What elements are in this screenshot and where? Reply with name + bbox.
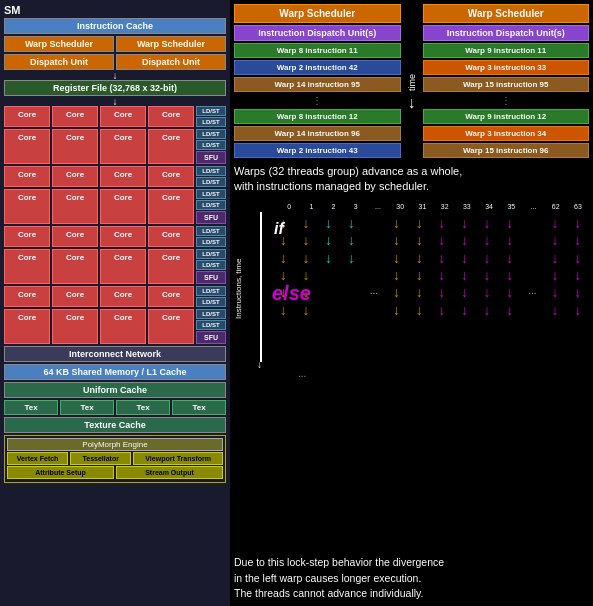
arr-3-1: ↓ <box>348 216 355 231</box>
dispatch-left: Instruction Dispatch Unit(s) <box>234 25 401 41</box>
time-down-arrow: ↓ <box>408 94 416 112</box>
thread-cols-area: if else ↓ ↓ ↓ ↓ ↓ ↓ ↓ ↓ ↓ ↓ ↓ ↓ <box>272 212 589 366</box>
arr-34-4: ↓ <box>484 268 491 283</box>
core-2-4: Core <box>148 129 194 164</box>
tex-3: Tex <box>116 400 170 415</box>
arr-63-1: ↓ <box>574 216 581 231</box>
texture-cache: Texture Cache <box>4 417 226 433</box>
uniform-cache: Uniform Cache <box>4 382 226 398</box>
core-3-4: Core <box>148 166 194 187</box>
wi-warp8-12-left: Warp 8 instruction 12 <box>234 109 401 124</box>
arr-34-1: ↓ <box>484 216 491 231</box>
wi-warp2-42-left: Warp 2 instruction 42 <box>234 60 401 75</box>
y-axis-label: Instructions, time <box>234 212 248 366</box>
core-4-4: Core <box>148 189 194 224</box>
sfu-4: SFU <box>196 331 226 344</box>
arr-31-2: ↓ <box>416 233 423 248</box>
arr-0-3: ↓ <box>280 251 287 266</box>
arr-35-1: ↓ <box>506 216 513 231</box>
arr-30-1: ↓ <box>393 216 400 231</box>
arr-31-3: ↓ <box>416 251 423 266</box>
register-file: Register File (32,768 x 32-bit) <box>4 80 226 96</box>
units-3: LD/ST LD/ST <box>196 166 226 187</box>
units-6: LD/ST LD/ST SFU <box>196 249 226 284</box>
arr-62-3: ↓ <box>552 251 559 266</box>
dots-right: ... <box>521 212 544 366</box>
tnum-62: 62 <box>545 203 567 210</box>
core-7-2: Core <box>52 286 98 307</box>
cores-row-5: Core Core Core Core LD/ST LD/ST <box>4 226 226 247</box>
tnum-dots2: ... <box>522 203 544 210</box>
arrows-main: Instructions, time ↓ if else ↓ ↓ ↓ ↓ ↓ <box>234 212 589 366</box>
thread-col-32: ↓ ↓ ↓ ↓ ↓ ↓ <box>430 212 453 366</box>
arr-32-6: ↓ <box>438 303 445 318</box>
ld-st-11: LD/ST <box>196 249 226 259</box>
core-8-3: Core <box>100 309 146 344</box>
tnum-30: 30 <box>389 203 411 210</box>
arr-62-2: ↓ <box>552 233 559 248</box>
units-8: LD/ST LD/ST SFU <box>196 309 226 344</box>
interconnect: Interconnect Network <box>4 346 226 362</box>
desc-line2: with instructions managed by scheduler. <box>234 180 429 192</box>
y-arrow-container: ↓ <box>252 212 272 366</box>
core-2-1: Core <box>4 129 50 164</box>
sfu-2: SFU <box>196 211 226 224</box>
arr-32-4: ↓ <box>438 268 445 283</box>
cores-grid-8: Core Core Core Core <box>4 309 194 344</box>
bottom-description: Due to this lock-step behavior the diver… <box>234 555 589 602</box>
warp-scheduler-left: Warp Scheduler <box>234 4 401 23</box>
core-1-1: Core <box>4 106 50 127</box>
arr-35-6: ↓ <box>506 303 513 318</box>
wi-warp2-43-left: Warp 2 instruction 43 <box>234 143 401 158</box>
cores-grid-2: Core Core Core Core <box>4 129 194 164</box>
description-text: Warps (32 threads group) advance as a wh… <box>234 164 589 195</box>
divergence-section: 0 1 2 3 ... 30 31 32 33 34 35 ... 62 63 … <box>234 203 589 549</box>
arr-62-1: ↓ <box>552 216 559 231</box>
dispatch-unit-row: Dispatch Unit Dispatch Unit <box>4 54 226 70</box>
left-panel: SM Instruction Cache Warp Scheduler Warp… <box>0 0 230 606</box>
arr-34-3: ↓ <box>484 251 491 266</box>
tnum-32: 32 <box>434 203 456 210</box>
core-8-4: Core <box>148 309 194 344</box>
ld-st-9: LD/ST <box>196 226 226 236</box>
tnum-1: 1 <box>300 203 322 210</box>
bottom-dots: ... <box>298 368 306 379</box>
arrow-down-1: ↓ <box>4 72 226 80</box>
vertex-fetch: Vertex Fetch <box>7 452 68 465</box>
arr-33-6: ↓ <box>461 303 468 318</box>
arr-31-1: ↓ <box>416 216 423 231</box>
warp-scheduler-row: Warp Scheduler Warp Scheduler <box>4 36 226 52</box>
arr-31-6: ↓ <box>416 303 423 318</box>
cores-row-7: Core Core Core Core LD/ST LD/ST <box>4 286 226 307</box>
cores-grid-3: Core Core Core Core <box>4 166 194 187</box>
ld-st-6: LD/ST <box>196 177 226 187</box>
core-1-3: Core <box>100 106 146 127</box>
arr-1-2: ↓ <box>302 233 309 248</box>
wi-warp14-96-left: Warp 14 instruction 96 <box>234 126 401 141</box>
dispatch-unit-2: Dispatch Unit <box>116 54 226 70</box>
arr-30-6: ↓ <box>393 303 400 318</box>
dots-left-1: ⋮ <box>234 94 401 107</box>
ld-st-12: LD/ST <box>196 260 226 270</box>
cores-row-3: Core Core Core Core LD/ST LD/ST <box>4 166 226 187</box>
arr-1-1: ↓ <box>302 216 309 231</box>
core-4-2: Core <box>52 189 98 224</box>
arr-35-3: ↓ <box>506 251 513 266</box>
arr-33-1: ↓ <box>461 216 468 231</box>
arr-30-4: ↓ <box>393 268 400 283</box>
tnum-35: 35 <box>500 203 522 210</box>
core-3-3: Core <box>100 166 146 187</box>
else-label: else <box>272 282 311 305</box>
core-6-2: Core <box>52 249 98 284</box>
polymorph-engine: PolyMorph Engine <box>7 438 223 451</box>
units-4: LD/ST LD/ST SFU <box>196 189 226 224</box>
core-2-3: Core <box>100 129 146 164</box>
bottom-desc-3: The threads cannot advance individually. <box>234 587 424 599</box>
y-axis-arrowhead: ↓ <box>257 359 262 370</box>
polymorph-section: PolyMorph Engine Vertex Fetch Tessellato… <box>4 435 226 483</box>
right-panel: Warp Scheduler Instruction Dispatch Unit… <box>230 0 593 606</box>
arr-33-5: ↓ <box>461 285 468 300</box>
cores-grid-4: Core Core Core Core <box>4 189 194 224</box>
polymorph-row-1: Vertex Fetch Tessellator Viewport Transf… <box>7 452 223 465</box>
tnum-0: 0 <box>278 203 300 210</box>
